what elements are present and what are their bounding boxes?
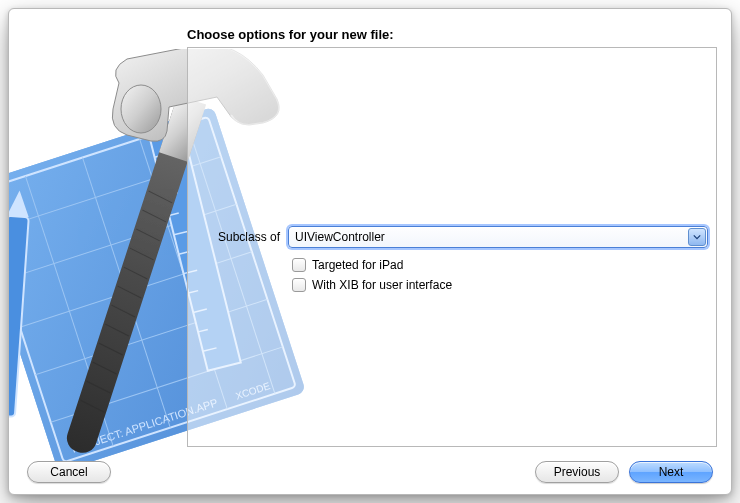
footer-bar: Cancel Previous Next (9, 450, 731, 494)
svg-line-9 (83, 158, 171, 428)
targeted-for-ipad-row[interactable]: Targeted for iPad (292, 258, 403, 272)
svg-line-40 (86, 381, 112, 393)
svg-marker-13 (8, 190, 31, 217)
next-button[interactable]: Next (629, 461, 713, 483)
svg-line-36 (110, 305, 136, 317)
svg-line-38 (98, 343, 124, 355)
svg-line-41 (79, 400, 105, 412)
svg-line-16 (159, 174, 169, 176)
svg-line-8 (25, 176, 113, 446)
svg-rect-28 (63, 95, 206, 456)
subclass-input[interactable] (288, 226, 708, 248)
subclass-dropdown-button[interactable] (688, 228, 706, 246)
subclass-label: Subclass of (198, 230, 280, 244)
svg-line-18 (169, 213, 179, 215)
new-file-options-sheet: PROJECT: APPLICATION.APP XCODE (8, 8, 732, 495)
svg-line-39 (92, 362, 118, 374)
targeted-for-ipad-checkbox[interactable] (292, 258, 306, 272)
with-xib-checkbox[interactable] (292, 278, 306, 292)
svg-rect-12 (8, 216, 29, 417)
svg-point-42 (121, 85, 161, 133)
svg-line-30 (147, 191, 173, 203)
page-title: Choose options for your new file: (187, 27, 394, 42)
subclass-row: Subclass of (198, 226, 708, 248)
svg-line-19 (174, 231, 188, 234)
svg-line-31 (141, 210, 167, 222)
svg-line-33 (129, 248, 155, 260)
svg-line-37 (104, 324, 130, 336)
targeted-for-ipad-label: Targeted for iPad (312, 258, 403, 272)
cancel-button[interactable]: Cancel (27, 461, 111, 483)
svg-line-34 (123, 267, 149, 279)
svg-line-15 (155, 154, 169, 157)
svg-line-32 (135, 229, 161, 241)
options-panel: Subclass of Targeted for iPad With XIB f… (187, 47, 717, 447)
previous-button[interactable]: Previous (535, 461, 619, 483)
subclass-combobox[interactable] (288, 226, 708, 248)
svg-line-17 (164, 193, 178, 196)
svg-line-35 (116, 286, 142, 298)
with-xib-label: With XIB for user interface (312, 278, 452, 292)
chevron-down-icon (693, 233, 701, 241)
with-xib-row[interactable]: With XIB for user interface (292, 278, 452, 292)
